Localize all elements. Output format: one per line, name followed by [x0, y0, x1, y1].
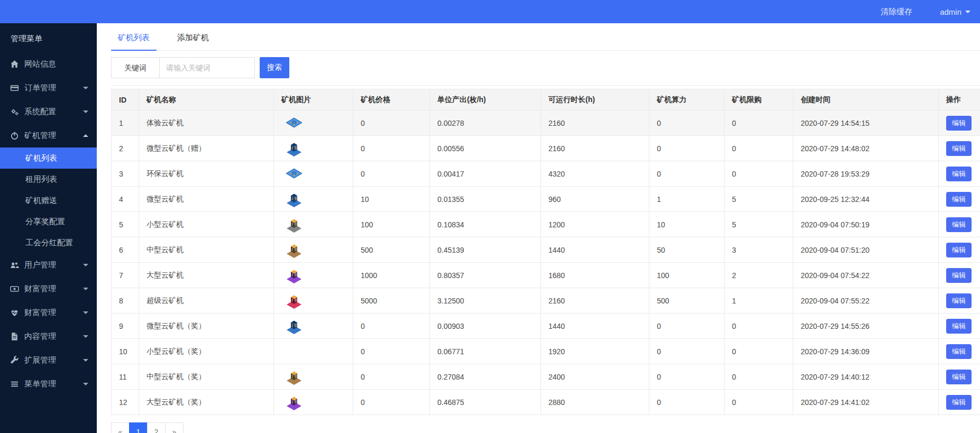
sidebar-title: 管理菜单 [0, 23, 97, 52]
chevron-down-icon [965, 11, 970, 13]
edit-button[interactable]: 编辑 [946, 192, 972, 207]
edit-button[interactable]: 编辑 [946, 344, 972, 359]
edit-button[interactable]: 编辑 [946, 293, 972, 308]
sidebar-subitem-2[interactable]: 矿机赠送 [0, 190, 97, 211]
cell-power: 0 [649, 136, 725, 161]
search-bar: 关键词 搜索 [111, 57, 980, 78]
cell-image [274, 364, 353, 390]
miner-image-icon [285, 267, 304, 284]
cell-action: 编辑 [939, 364, 980, 390]
sidebar-item-1[interactable]: 订单管理 [0, 76, 97, 100]
tab-1[interactable]: 添加矿机 [170, 33, 216, 51]
sidebar-item-0[interactable]: 网站信息 [0, 52, 97, 76]
edit-button[interactable]: 编辑 [946, 167, 972, 181]
user-menu[interactable]: admin [940, 7, 970, 16]
edit-button[interactable]: 编辑 [946, 116, 972, 131]
sidebar-item-2[interactable]: 系统配置 [0, 100, 97, 124]
cell-image [274, 390, 353, 415]
cell-created: 2020-09-04 07:51:20 [793, 237, 939, 263]
table-row: 2微型云矿机（赠）00.005562160002020-07-29 14:48:… [112, 136, 980, 161]
cell-runtime: 2880 [541, 390, 649, 415]
tab-0[interactable]: 矿机列表 [111, 33, 157, 51]
sidebar-nav: 网站信息订单管理系统配置矿机管理矿机列表租用列表矿机赠送分享奖配置工会分红配置用… [0, 52, 97, 396]
page-prev-button[interactable]: « [111, 422, 130, 433]
cell-output: 0.06771 [430, 339, 541, 364]
column-header-3: 矿机价格 [353, 89, 430, 110]
search-button[interactable]: 搜索 [260, 57, 289, 78]
cell-runtime: 2160 [541, 288, 649, 314]
cell-name: 微型云矿机（赠） [139, 136, 274, 161]
table-row: 9微型云矿机（奖）00.009031440002020-07-29 14:55:… [112, 314, 980, 339]
sidebar-item-4[interactable]: 用户管理 [0, 253, 97, 277]
cell-output: 0.01355 [430, 187, 541, 212]
edit-button[interactable]: 编辑 [946, 395, 972, 410]
cell-action: 编辑 [939, 136, 980, 161]
sidebar-item-3[interactable]: 矿机管理 [0, 124, 97, 148]
cell-limit: 0 [725, 161, 793, 187]
edit-button[interactable]: 编辑 [946, 217, 972, 232]
cell-runtime: 2400 [541, 364, 649, 390]
tab-bar: 矿机列表添加矿机 [111, 23, 980, 51]
username-label: admin [940, 7, 961, 16]
sidebar-item-6[interactable]: 财富管理 [0, 301, 97, 325]
sidebar-item-label: 系统配置 [24, 107, 83, 117]
sidebar-item-8[interactable]: 扩展管理 [0, 348, 97, 372]
edit-button[interactable]: 编辑 [946, 141, 972, 156]
sidebar-subitem-3[interactable]: 分享奖配置 [0, 211, 97, 232]
sidebar-item-5[interactable]: 财富管理 [0, 277, 97, 301]
cell-output: 3.12500 [430, 288, 541, 314]
cell-id: 1 [112, 110, 139, 136]
main-content: 矿机列表添加矿机 关键词 搜索 ID矿机名称矿机图片矿机价格单位产出(枚/h)可… [97, 23, 980, 433]
sidebar-subitem-0[interactable]: 矿机列表 [0, 148, 97, 169]
chevron-down-icon [83, 264, 88, 266]
keyword-input[interactable] [160, 57, 255, 78]
cell-name: 超级云矿机 [139, 288, 274, 314]
sidebar-item-label: 菜单管理 [24, 379, 83, 389]
clear-cache-button[interactable]: 清除缓存 [881, 7, 912, 17]
orders-icon [10, 84, 19, 93]
cell-image [274, 339, 353, 364]
sidebar-item-9[interactable]: 菜单管理 [0, 372, 97, 396]
column-header-8: 创建时间 [793, 89, 939, 110]
miner-image-icon [285, 115, 304, 131]
page-next-button[interactable]: » [165, 422, 184, 433]
cell-power: 0 [649, 364, 725, 390]
column-header-4: 单位产出(枚/h) [430, 89, 541, 110]
edit-button[interactable]: 编辑 [946, 319, 972, 334]
cell-limit: 0 [725, 136, 793, 161]
sidebar-subitem-1[interactable]: 租用列表 [0, 169, 97, 190]
miner-image-icon [285, 140, 304, 157]
sidebar-subitem-4[interactable]: 工会分红配置 [0, 232, 97, 253]
cell-limit: 0 [725, 390, 793, 415]
miner-image-icon [285, 166, 304, 182]
sidebar-item-7[interactable]: 内容管理 [0, 325, 97, 348]
cell-created: 2020-07-29 14:40:12 [793, 364, 939, 390]
cell-action: 编辑 [939, 187, 980, 212]
cell-name: 体验云矿机 [139, 110, 274, 136]
cell-output: 0.00278 [430, 110, 541, 136]
cell-runtime: 1440 [541, 314, 649, 339]
edit-button[interactable]: 编辑 [946, 370, 972, 384]
miner-image-icon [285, 368, 304, 385]
column-header-7: 矿机限购 [725, 89, 793, 110]
divider [111, 85, 980, 86]
sidebar-item-label: 用户管理 [24, 260, 83, 270]
cell-name: 大型云矿机（奖） [139, 390, 274, 415]
cell-limit: 0 [725, 314, 793, 339]
edit-button[interactable]: 编辑 [946, 268, 972, 283]
cell-runtime: 1440 [541, 237, 649, 263]
cell-image [274, 136, 353, 161]
page-button-2[interactable]: 2 [147, 422, 166, 433]
cell-action: 编辑 [939, 263, 980, 288]
cell-name: 环保云矿机 [139, 161, 274, 187]
page-button-1[interactable]: 1 [129, 422, 148, 433]
edit-button[interactable]: 编辑 [946, 243, 972, 257]
cell-power: 50 [649, 237, 725, 263]
cell-runtime: 4320 [541, 161, 649, 187]
cell-created: 2020-07-29 14:55:26 [793, 314, 939, 339]
sidebar-submenu: 矿机列表租用列表矿机赠送分享奖配置工会分红配置 [0, 148, 97, 253]
cell-id: 2 [112, 136, 139, 161]
chevron-up-icon [83, 134, 88, 137]
cell-created: 2020-09-04 07:50:19 [793, 212, 939, 237]
chevron-down-icon [83, 288, 88, 290]
